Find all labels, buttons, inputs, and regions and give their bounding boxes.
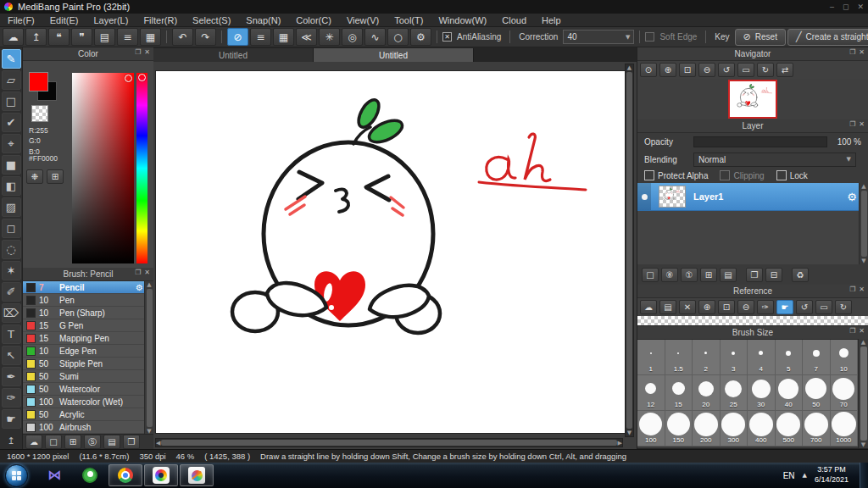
- document-tab[interactable]: Untitled: [314, 48, 474, 62]
- magic-wand-tool[interactable]: ✶: [2, 261, 21, 280]
- canvas-vertical-scrollbar[interactable]: ▲▼: [625, 64, 634, 437]
- language-indicator[interactable]: EN: [783, 471, 795, 480]
- zoom-fit-icon[interactable]: ⊡: [679, 63, 696, 77]
- fill-rect-tool[interactable]: ■: [2, 155, 21, 175]
- duplicate-layer-icon[interactable]: ❐: [746, 268, 763, 282]
- ref-rotate-ccw-icon[interactable]: ↺: [796, 300, 813, 314]
- minimize-button[interactable]: –: [830, 3, 834, 11]
- rotate-ccw-icon[interactable]: ↺: [718, 63, 735, 77]
- menu-item[interactable]: Window(W): [431, 14, 494, 27]
- layer-row[interactable]: Layer1 ⚙: [637, 183, 868, 211]
- brush-list-item[interactable]: 15 G Pen ⚙: [23, 319, 153, 332]
- undo-icon[interactable]: ↶: [172, 28, 193, 46]
- brush-size-option[interactable]: 5: [776, 340, 804, 375]
- menu-item[interactable]: Select(S): [185, 14, 238, 27]
- add-8bit-layer-icon[interactable]: ⑧: [661, 268, 678, 282]
- add-1bit-layer-icon[interactable]: ①: [681, 268, 698, 282]
- menu-item[interactable]: Color(C): [288, 14, 339, 27]
- ref-hand-icon[interactable]: ☛: [776, 300, 793, 314]
- comment-icon[interactable]: ❝: [48, 28, 70, 46]
- brush-list-item[interactable]: 50 Acrylic ⚙: [23, 408, 153, 421]
- zoom-actual-icon[interactable]: ⊙: [640, 63, 657, 77]
- add-layer-icon[interactable]: □: [642, 268, 659, 282]
- popout-icon[interactable]: ❐: [849, 49, 855, 56]
- ref-cloud-icon[interactable]: ☁: [640, 300, 657, 314]
- reset-button[interactable]: ⊘ Reset: [735, 29, 786, 46]
- cloud-icon[interactable]: ☁: [3, 28, 24, 46]
- canvas-viewport[interactable]: ▲▼ ◀▶: [153, 62, 637, 449]
- brush-list-item[interactable]: 7 Pencil ⚙: [23, 281, 153, 294]
- brush-size-option[interactable]: 25: [721, 375, 748, 411]
- brush-tool[interactable]: ✎: [2, 49, 21, 69]
- brush-size-option[interactable]: 100: [637, 411, 665, 446]
- close-icon[interactable]: ✕: [144, 49, 150, 56]
- snap-curve-icon[interactable]: ∿: [364, 28, 386, 46]
- eraser-tool[interactable]: ▱: [2, 70, 21, 90]
- menu-item[interactable]: Snap(N): [238, 14, 288, 27]
- lasso-tool[interactable]: ◌: [2, 240, 21, 259]
- color-set-icon[interactable]: ⊞: [47, 169, 64, 184]
- canvas-horizontal-scrollbar[interactable]: ◀▶: [155, 438, 623, 447]
- brush-size-option[interactable]: 1: [637, 340, 665, 375]
- create-straight-line-button[interactable]: ╱ Create a straight line: [787, 29, 868, 46]
- brush-size-option[interactable]: 20: [693, 375, 721, 411]
- snap-settings-icon[interactable]: ⚙: [410, 28, 431, 46]
- ref-zoom-fit-icon[interactable]: ⊡: [718, 300, 735, 314]
- add-layer-menu-icon[interactable]: ⊞: [700, 268, 717, 282]
- snap-radial-icon[interactable]: ✳: [319, 28, 340, 46]
- antialiasing-checkbox[interactable]: ✕: [442, 32, 452, 42]
- brush-list-scrollbar[interactable]: ▲▼: [144, 281, 153, 435]
- clipping-checkbox[interactable]: Clipping: [720, 170, 764, 180]
- document-icon[interactable]: ▤: [94, 28, 115, 46]
- brush-size-option[interactable]: 400: [748, 411, 776, 446]
- soft-edge-checkbox[interactable]: [645, 32, 654, 42]
- taskbar-app-button[interactable]: [144, 464, 178, 486]
- brush-size-option[interactable]: 150: [665, 411, 693, 446]
- show-hidden-icons-button[interactable]: ▲: [803, 472, 807, 479]
- brush-size-option[interactable]: 300: [721, 411, 748, 446]
- brush-list-item[interactable]: 10 Pen ⚙: [23, 294, 153, 307]
- ref-rotate-reset-icon[interactable]: ▭: [815, 300, 832, 314]
- brush-size-option[interactable]: 15: [665, 375, 693, 411]
- taskbar-app-button[interactable]: [180, 464, 214, 486]
- hand-tool[interactable]: ☛: [2, 409, 21, 429]
- brush-size-option[interactable]: 50: [803, 375, 831, 411]
- brush-size-option[interactable]: 500: [776, 411, 804, 446]
- operation-tool[interactable]: ↖: [2, 346, 21, 365]
- close-icon[interactable]: ✕: [859, 328, 865, 335]
- taskbar-app-button[interactable]: [73, 464, 107, 486]
- brush-list-item[interactable]: 10 Pen (Sharp) ⚙: [23, 307, 153, 319]
- brush-size-option[interactable]: 700: [803, 411, 831, 446]
- popout-icon[interactable]: ❐: [135, 49, 141, 56]
- layer-folder-icon[interactable]: ▤: [720, 268, 737, 282]
- menu-item[interactable]: Cloud: [494, 14, 534, 27]
- brush-size-option[interactable]: 30: [748, 375, 776, 411]
- merge-layer-icon[interactable]: ⊟: [765, 268, 782, 282]
- tile-windows-icon[interactable]: ▦: [140, 28, 161, 46]
- select-eraser-tool[interactable]: ⌦: [2, 303, 21, 323]
- protect-alpha-checkbox[interactable]: Protect Alpha: [644, 170, 708, 180]
- brush-size-option[interactable]: 200: [693, 411, 721, 446]
- close-icon[interactable]: ✕: [144, 269, 150, 276]
- canvas[interactable]: [155, 70, 626, 434]
- move-tool[interactable]: ⌖: [2, 134, 21, 153]
- close-icon[interactable]: ✕: [859, 49, 865, 56]
- ref-close-icon[interactable]: ✕: [679, 300, 696, 314]
- brush-list-item[interactable]: 100 Watercolor (Wet) ⚙: [23, 396, 153, 408]
- close-button[interactable]: ✕: [857, 3, 864, 11]
- dock-collapse-icon[interactable]: ↥: [7, 435, 14, 446]
- snap-grid-icon[interactable]: ▦: [273, 28, 294, 46]
- gradient-tool[interactable]: ▨: [2, 197, 21, 217]
- duplicate-brush-icon[interactable]: ❐: [123, 435, 140, 449]
- add-brush-icon[interactable]: □: [45, 435, 62, 449]
- brush-list-item[interactable]: 10 Edge Pen ⚙: [23, 345, 153, 358]
- popout-icon[interactable]: ❐: [849, 121, 855, 128]
- brush-list-item[interactable]: 50 Watercolor ⚙: [23, 383, 153, 396]
- add-brush-menu-icon[interactable]: ⊞: [64, 435, 81, 449]
- popout-icon[interactable]: ❐: [135, 269, 141, 276]
- ref-zoom-out-icon[interactable]: ⊖: [737, 300, 754, 314]
- ref-zoom-in-icon[interactable]: ⊕: [698, 300, 715, 314]
- menu-item[interactable]: Filter(R): [136, 14, 185, 27]
- taskbar-app-button[interactable]: ⋈: [37, 464, 71, 486]
- publish-icon[interactable]: ↥: [25, 28, 47, 46]
